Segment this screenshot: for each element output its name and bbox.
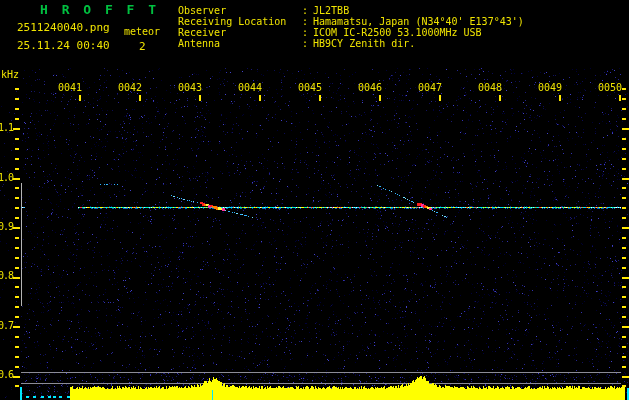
info-label: Observer	[178, 5, 302, 16]
x-tick-label: 0043	[178, 82, 204, 93]
x-tick-label: 0046	[358, 82, 384, 93]
info-row-location: Receiving Location:Hamamatsu, Japan (N34…	[178, 16, 524, 27]
app-title: H R O F F T	[40, 2, 159, 17]
info-separator: :	[302, 27, 308, 38]
x-tick-label: 0041	[58, 82, 84, 93]
spectrogram-canvas	[0, 0, 629, 400]
filename: 2511240040.png	[17, 21, 110, 34]
echo-count: 2	[139, 40, 146, 53]
info-row-receiver: Receiver:ICOM IC-R2500 53.1000MHz USB	[178, 27, 524, 38]
x-tick-label: 0049	[538, 82, 564, 93]
info-value: JL2TBB	[313, 5, 349, 16]
y-tick-label: 1.0	[0, 172, 13, 183]
info-value: HB9CY Zenith dir.	[313, 38, 415, 49]
info-value: Hamamatsu, Japan (N34°40' E137°43')	[313, 16, 524, 27]
info-separator: :	[302, 16, 308, 27]
y-tick-label: 0.7	[0, 320, 13, 331]
y-axis-unit: kHz	[1, 69, 19, 80]
x-tick-label: 0047	[418, 82, 444, 93]
info-row-observer: Observer:JL2TBB	[178, 5, 524, 16]
info-separator: :	[302, 5, 308, 16]
y-tick-label: 0.6	[0, 369, 13, 380]
info-row-antenna: Antenna:HB9CY Zenith dir.	[178, 38, 524, 49]
info-label: Antenna	[178, 38, 302, 49]
info-label: Receiver	[178, 27, 302, 38]
x-tick-label: 0042	[118, 82, 144, 93]
info-label: Receiving Location	[178, 16, 302, 27]
x-tick-label: 0050	[598, 82, 624, 93]
info-separator: :	[302, 38, 308, 49]
x-tick-label: 0048	[478, 82, 504, 93]
y-tick-label: 1.1	[0, 122, 13, 133]
y-tick-label: 0.9	[0, 221, 13, 232]
info-value: ICOM IC-R2500 53.1000MHz USB	[313, 27, 482, 38]
x-tick-label: 0045	[298, 82, 324, 93]
mode-label: meteor	[124, 26, 160, 37]
datetime: 25.11.24 00:40	[17, 39, 110, 52]
hrofft-window: H R O F F T 2511240040.png meteor 25.11.…	[0, 0, 629, 400]
x-tick-label: 0044	[238, 82, 264, 93]
y-tick-label: 0.8	[0, 270, 13, 281]
station-info: Observer:JL2TBB Receiving Location:Hamam…	[178, 5, 524, 49]
